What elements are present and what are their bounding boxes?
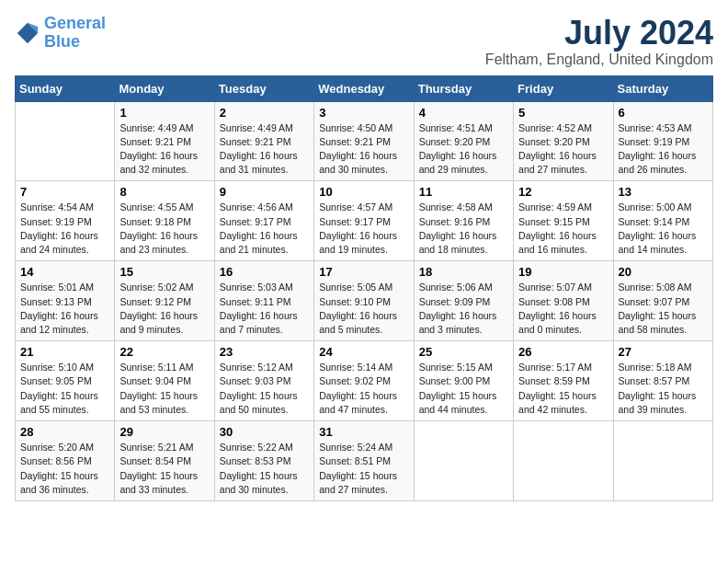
day-data: Sunrise: 5:06 AM Sunset: 9:09 PM Dayligh… (419, 281, 508, 337)
day-data: Sunrise: 5:07 AM Sunset: 9:08 PM Dayligh… (518, 281, 608, 337)
day-number: 25 (419, 345, 508, 359)
day-number: 29 (119, 425, 209, 439)
day-number: 26 (518, 345, 608, 359)
day-number: 23 (220, 345, 309, 359)
day-number: 6 (619, 106, 708, 120)
calendar-cell (414, 421, 513, 501)
calendar-week-4: 21Sunrise: 5:10 AM Sunset: 9:05 PM Dayli… (16, 341, 713, 421)
day-number: 24 (319, 345, 408, 359)
day-data: Sunrise: 4:50 AM Sunset: 9:21 PM Dayligh… (319, 121, 408, 178)
day-number: 15 (119, 265, 209, 279)
day-data: Sunrise: 5:24 AM Sunset: 8:51 PM Dayligh… (319, 441, 408, 497)
day-number: 14 (20, 265, 109, 279)
calendar-cell: 13Sunrise: 5:00 AM Sunset: 9:14 PM Dayli… (613, 181, 712, 261)
day-number: 19 (518, 265, 608, 279)
calendar-header-row: SundayMondayTuesdayWednesdayThursdayFrid… (16, 75, 713, 101)
day-data: Sunrise: 5:18 AM Sunset: 8:57 PM Dayligh… (619, 361, 708, 417)
day-number: 7 (20, 185, 109, 199)
calendar-cell: 5Sunrise: 4:52 AM Sunset: 9:20 PM Daylig… (514, 101, 613, 181)
day-number: 28 (20, 425, 109, 439)
calendar-cell: 20Sunrise: 5:08 AM Sunset: 9:07 PM Dayli… (613, 261, 712, 341)
day-data: Sunrise: 5:14 AM Sunset: 9:02 PM Dayligh… (319, 361, 408, 417)
logo-line1: General (44, 14, 106, 32)
day-data: Sunrise: 5:11 AM Sunset: 9:04 PM Dayligh… (119, 361, 209, 417)
day-data: Sunrise: 4:52 AM Sunset: 9:20 PM Dayligh… (518, 121, 608, 178)
day-data: Sunrise: 5:08 AM Sunset: 9:07 PM Dayligh… (619, 281, 708, 337)
calendar-cell: 10Sunrise: 4:57 AM Sunset: 9:17 PM Dayli… (314, 181, 414, 261)
day-number: 2 (220, 106, 309, 120)
day-number: 13 (619, 185, 708, 199)
calendar-cell: 21Sunrise: 5:10 AM Sunset: 9:05 PM Dayli… (16, 341, 115, 421)
header-day-wednesday: Wednesday (314, 75, 414, 101)
calendar-cell: 16Sunrise: 5:03 AM Sunset: 9:11 PM Dayli… (214, 261, 313, 341)
calendar-cell: 1Sunrise: 4:49 AM Sunset: 9:21 PM Daylig… (115, 101, 214, 181)
day-data: Sunrise: 4:49 AM Sunset: 9:21 PM Dayligh… (220, 121, 309, 178)
calendar-cell: 25Sunrise: 5:15 AM Sunset: 9:00 PM Dayli… (414, 341, 513, 421)
calendar-cell: 9Sunrise: 4:56 AM Sunset: 9:17 PM Daylig… (214, 181, 313, 261)
day-data: Sunrise: 5:10 AM Sunset: 9:05 PM Dayligh… (20, 361, 109, 417)
calendar-cell: 7Sunrise: 4:54 AM Sunset: 9:19 PM Daylig… (16, 181, 115, 261)
day-number: 12 (518, 185, 608, 199)
calendar-cell: 28Sunrise: 5:20 AM Sunset: 8:56 PM Dayli… (16, 421, 115, 501)
day-number: 4 (419, 106, 508, 120)
day-data: Sunrise: 5:00 AM Sunset: 9:14 PM Dayligh… (619, 201, 708, 257)
calendar-cell: 22Sunrise: 5:11 AM Sunset: 9:04 PM Dayli… (115, 341, 214, 421)
calendar-week-3: 14Sunrise: 5:01 AM Sunset: 9:13 PM Dayli… (16, 261, 713, 341)
calendar-cell (16, 101, 115, 181)
header-day-friday: Friday (514, 75, 613, 101)
header: General Blue July 2024 Feltham, England,… (15, 15, 713, 68)
calendar-cell: 27Sunrise: 5:18 AM Sunset: 8:57 PM Dayli… (613, 341, 712, 421)
day-number: 8 (119, 185, 209, 199)
title-block: July 2024 Feltham, England, United Kingd… (485, 15, 713, 68)
day-data: Sunrise: 5:21 AM Sunset: 8:54 PM Dayligh… (119, 441, 209, 497)
calendar-cell: 6Sunrise: 4:53 AM Sunset: 9:19 PM Daylig… (613, 101, 712, 181)
location-title: Feltham, England, United Kingdom (485, 52, 713, 68)
calendar-cell: 4Sunrise: 4:51 AM Sunset: 9:20 PM Daylig… (414, 101, 513, 181)
day-number: 11 (419, 185, 508, 199)
day-number: 1 (119, 106, 209, 120)
day-number: 22 (119, 345, 209, 359)
day-data: Sunrise: 4:57 AM Sunset: 9:17 PM Dayligh… (319, 201, 408, 257)
day-data: Sunrise: 4:54 AM Sunset: 9:19 PM Dayligh… (20, 201, 109, 257)
calendar-cell: 15Sunrise: 5:02 AM Sunset: 9:12 PM Dayli… (115, 261, 214, 341)
day-data: Sunrise: 5:03 AM Sunset: 9:11 PM Dayligh… (220, 281, 309, 337)
logo: General Blue (15, 15, 106, 52)
day-number: 9 (220, 185, 309, 199)
header-day-tuesday: Tuesday (214, 75, 313, 101)
day-number: 17 (319, 265, 408, 279)
logo-line2: Blue (44, 32, 80, 51)
calendar-table: SundayMondayTuesdayWednesdayThursdayFrid… (15, 75, 713, 501)
calendar-cell: 3Sunrise: 4:50 AM Sunset: 9:21 PM Daylig… (314, 101, 414, 181)
day-data: Sunrise: 5:01 AM Sunset: 9:13 PM Dayligh… (20, 281, 109, 337)
calendar-week-5: 28Sunrise: 5:20 AM Sunset: 8:56 PM Dayli… (16, 421, 713, 501)
day-number: 5 (518, 106, 608, 120)
day-number: 27 (619, 345, 708, 359)
day-data: Sunrise: 5:20 AM Sunset: 8:56 PM Dayligh… (20, 441, 109, 497)
logo-icon (15, 20, 40, 46)
day-number: 30 (220, 425, 309, 439)
day-data: Sunrise: 5:12 AM Sunset: 9:03 PM Dayligh… (220, 361, 309, 417)
header-day-sunday: Sunday (16, 75, 115, 101)
header-day-saturday: Saturday (613, 75, 712, 101)
month-title: July 2024 (485, 15, 713, 52)
calendar-cell: 11Sunrise: 4:58 AM Sunset: 9:16 PM Dayli… (414, 181, 513, 261)
calendar-cell: 12Sunrise: 4:59 AM Sunset: 9:15 PM Dayli… (514, 181, 613, 261)
calendar-cell: 8Sunrise: 4:55 AM Sunset: 9:18 PM Daylig… (115, 181, 214, 261)
day-data: Sunrise: 5:15 AM Sunset: 9:00 PM Dayligh… (419, 361, 508, 417)
day-number: 10 (319, 185, 408, 199)
calendar-cell: 30Sunrise: 5:22 AM Sunset: 8:53 PM Dayli… (214, 421, 313, 501)
day-data: Sunrise: 4:51 AM Sunset: 9:20 PM Dayligh… (419, 121, 508, 178)
calendar-cell: 17Sunrise: 5:05 AM Sunset: 9:10 PM Dayli… (314, 261, 414, 341)
calendar-cell: 24Sunrise: 5:14 AM Sunset: 9:02 PM Dayli… (314, 341, 414, 421)
header-day-thursday: Thursday (414, 75, 513, 101)
header-day-monday: Monday (115, 75, 214, 101)
calendar-cell: 26Sunrise: 5:17 AM Sunset: 8:59 PM Dayli… (514, 341, 613, 421)
calendar-cell: 31Sunrise: 5:24 AM Sunset: 8:51 PM Dayli… (314, 421, 414, 501)
calendar-week-2: 7Sunrise: 4:54 AM Sunset: 9:19 PM Daylig… (16, 181, 713, 261)
calendar-cell (613, 421, 712, 501)
day-data: Sunrise: 5:17 AM Sunset: 8:59 PM Dayligh… (518, 361, 608, 417)
day-data: Sunrise: 4:56 AM Sunset: 9:17 PM Dayligh… (220, 201, 309, 257)
calendar-cell: 29Sunrise: 5:21 AM Sunset: 8:54 PM Dayli… (115, 421, 214, 501)
day-data: Sunrise: 4:49 AM Sunset: 9:21 PM Dayligh… (119, 121, 209, 178)
day-data: Sunrise: 5:05 AM Sunset: 9:10 PM Dayligh… (319, 281, 408, 337)
